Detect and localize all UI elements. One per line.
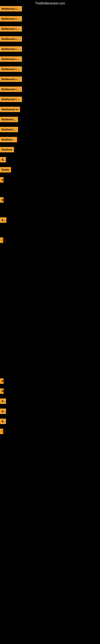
bottleneck-result-button-5[interactable]: Bottleneck resu bbox=[0, 46, 22, 52]
bottleneck-result-button-11[interactable]: Bottleneck re bbox=[0, 107, 20, 112]
bottleneck-result-button-19[interactable]: B bbox=[0, 197, 3, 203]
bottleneck-result-button-3[interactable]: Bottleneck resu bbox=[0, 26, 22, 32]
bottleneck-result-button-15[interactable]: Bottlene bbox=[0, 147, 14, 152]
bottleneck-result-button-4[interactable]: Bottleneck resu bbox=[0, 36, 22, 42]
bottleneck-result-button-16[interactable]: Bo bbox=[0, 157, 6, 162]
bottleneck-result-button-14[interactable]: Bottleneck r bbox=[0, 137, 17, 142]
bottleneck-result-button-7[interactable]: Bottleneck resu bbox=[0, 66, 22, 72]
bottleneck-result-button-24[interactable]: Bo bbox=[0, 398, 6, 404]
bottleneck-result-button-13[interactable]: Bottleneck r bbox=[0, 127, 18, 132]
bottleneck-result-button-10[interactable]: Bottleneck resu bbox=[0, 96, 22, 102]
site-title: TheBottlenecker.com bbox=[0, 0, 100, 7]
bottleneck-result-button-23[interactable]: B bbox=[0, 388, 3, 394]
bottleneck-result-button-22[interactable]: B bbox=[0, 378, 3, 384]
bottleneck-result-button-9[interactable]: Bottleneck resu bbox=[0, 86, 22, 92]
bottleneck-result-button-17[interactable]: Bottle bbox=[0, 167, 11, 172]
bottleneck-result-button-21[interactable]: l bbox=[0, 238, 3, 243]
bottleneck-result-button-27[interactable]: l bbox=[0, 429, 3, 434]
bottleneck-result-button-1[interactable]: Bottleneck resu bbox=[0, 6, 22, 12]
bottleneck-result-button-26[interactable]: Bo bbox=[0, 418, 6, 424]
bottleneck-result-button-8[interactable]: Bottleneck resu bbox=[0, 76, 22, 82]
bottleneck-result-button-20[interactable]: Bot bbox=[0, 217, 6, 223]
bottleneck-result-button-6[interactable]: Bottleneck resu bbox=[0, 56, 22, 62]
bottleneck-result-button-2[interactable]: Bottleneck resu bbox=[0, 16, 22, 22]
bottleneck-result-button-18[interactable]: B bbox=[0, 177, 3, 182]
bottleneck-result-button-25[interactable]: Bo bbox=[0, 408, 6, 414]
bottleneck-result-button-12[interactable]: Bottleneck r bbox=[0, 117, 18, 122]
